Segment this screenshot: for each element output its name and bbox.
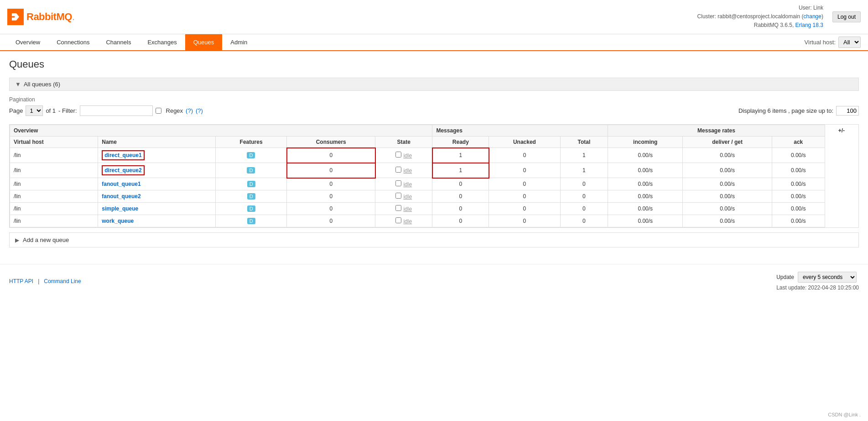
displaying-text: Displaying 6 items , page size up to: [738, 107, 833, 114]
cell-consumers: 0 [287, 203, 375, 215]
add-queue-label: Add a new queue [23, 237, 69, 243]
cell-spacer [825, 163, 858, 178]
regex-checkbox[interactable] [156, 108, 161, 114]
state-idle[interactable]: idle [403, 181, 412, 188]
cluster-change-link[interactable]: change [804, 13, 821, 20]
header: RabbitMQ. User: Link Cluster: rabbit@cen… [0, 0, 868, 34]
cell-deliver-get: 0.00/s [683, 148, 772, 163]
cell-spacer [825, 148, 858, 163]
logo-text: RabbitMQ. [26, 11, 75, 23]
nav-admin[interactable]: Admin [222, 34, 255, 51]
user-info: User: Link Cluster: rabbit@centosproject… [697, 4, 823, 30]
group-message-rates: Message rates [608, 125, 825, 136]
page-text: Page [9, 107, 23, 114]
queue-name-link[interactable]: fanout_queue2 [102, 193, 140, 200]
cell-unacked: 0 [489, 163, 560, 178]
logo-mq: MQ [56, 11, 72, 22]
of-text: of 1 [46, 107, 56, 114]
col-deliver-get: deliver / get [683, 136, 772, 148]
cell-unacked: 0 [489, 215, 560, 227]
cell-total: 1 [560, 148, 608, 163]
state-idle[interactable]: idle [403, 168, 412, 174]
vhost-select[interactable]: All [838, 37, 861, 48]
cell-spacer [825, 190, 858, 203]
state-checkbox[interactable] [395, 180, 401, 186]
filter-input[interactable] [80, 105, 153, 116]
pagination-controls: Page 1 of 1 - Filter: Regex (?) (?) Disp… [9, 105, 859, 116]
cell-total: 1 [560, 163, 608, 178]
queue-name-link[interactable]: direct_queue2 [102, 165, 144, 175]
nav-connections[interactable]: Connections [48, 34, 98, 51]
queues-table-wrapper: Overview Messages Message rates +/- Virt… [9, 124, 859, 228]
cell-ready: 1 [432, 148, 489, 163]
cell-state: idle [375, 203, 432, 215]
state-checkbox[interactable] [395, 205, 401, 211]
cell-total: 0 [560, 178, 608, 190]
state-checkbox[interactable] [395, 217, 401, 223]
cell-ack: 0.00/s [772, 215, 825, 227]
state-idle[interactable]: idle [403, 194, 412, 200]
col-ack: ack [772, 136, 825, 148]
state-checkbox[interactable] [395, 193, 401, 199]
cell-virtual-host: /lin [10, 190, 98, 203]
queue-name-link[interactable]: fanout_queue1 [102, 181, 140, 187]
page-size-input[interactable] [836, 106, 859, 116]
regex-hint1[interactable]: (?) [186, 107, 193, 114]
feature-badge: D [247, 167, 255, 174]
nav: Overview Connections Channels Exchanges … [0, 34, 868, 51]
feature-badge: D [247, 193, 255, 200]
nav-exchanges[interactable]: Exchanges [139, 34, 185, 51]
state-checkbox[interactable] [395, 167, 401, 173]
cell-features: D [215, 190, 286, 203]
command-line-link[interactable]: Command Line [44, 278, 81, 284]
state-idle[interactable]: idle [403, 206, 412, 212]
queues-tbody: /lindirect_queue1D0idle1010.00/s0.00/s0.… [10, 148, 858, 227]
cell-ack: 0.00/s [772, 148, 825, 163]
cluster-value: rabbit@centosproject.localdomain [717, 13, 800, 20]
logo-area: RabbitMQ. [7, 9, 75, 25]
version-label: RabbitMQ 3.6.5, [754, 22, 794, 28]
nav-right: Virtual host: All [805, 37, 861, 48]
regex-label: Regex [166, 107, 183, 114]
state-idle[interactable]: idle [403, 153, 412, 159]
pagination-right: Displaying 6 items , page size up to: [738, 106, 859, 116]
state-checkbox[interactable] [395, 152, 401, 158]
col-incoming: incoming [608, 136, 683, 148]
pagination-label: Pagination [9, 96, 859, 103]
cell-deliver-get: 0.00/s [683, 163, 772, 178]
erlang-link[interactable]: Erlang 18.3 [795, 22, 823, 28]
regex-hint2[interactable]: (?) [196, 107, 203, 114]
add-queue-section[interactable]: ▶ Add a new queue [9, 232, 859, 247]
table-row: /lindirect_queue1D0idle1010.00/s0.00/s0.… [10, 148, 858, 163]
nav-queues[interactable]: Queues [185, 34, 223, 51]
cell-state: idle [375, 215, 432, 227]
page-title: Queues [9, 58, 859, 70]
vhost-label: Virtual host: [805, 39, 836, 46]
cell-incoming: 0.00/s [608, 178, 683, 190]
expand-icon: ▶ [15, 237, 19, 243]
all-queues-header[interactable]: ▼ All queues (6) [9, 78, 859, 91]
cell-virtual-host: /lin [10, 163, 98, 178]
state-idle[interactable]: idle [403, 218, 412, 225]
nav-channels[interactable]: Channels [98, 34, 139, 51]
queue-name-link[interactable]: work_queue [102, 218, 134, 224]
nav-overview[interactable]: Overview [7, 34, 48, 51]
cell-consumers: 0 [287, 190, 375, 203]
update-select[interactable]: every 5 seconds every 10 seconds every 3… [798, 272, 857, 283]
col-consumers: Consumers [287, 136, 375, 148]
http-api-link[interactable]: HTTP API [9, 278, 33, 284]
queue-name-link[interactable]: direct_queue1 [102, 150, 144, 160]
cell-ready: 1 [432, 163, 489, 178]
col-unacked: Unacked [489, 136, 560, 148]
cell-unacked: 0 [489, 203, 560, 215]
cell-features: D [215, 163, 286, 178]
queue-name-link[interactable]: simple_queue [102, 205, 138, 212]
cell-deliver-get: 0.00/s [683, 215, 772, 227]
logout-button[interactable]: Log out [832, 11, 861, 22]
cell-total: 0 [560, 203, 608, 215]
plus-minus-btn[interactable]: +/- [825, 125, 858, 136]
cell-spacer [825, 203, 858, 215]
cell-total: 0 [560, 215, 608, 227]
cell-name: fanout_queue1 [98, 178, 216, 190]
page-select[interactable]: 1 [26, 105, 43, 116]
